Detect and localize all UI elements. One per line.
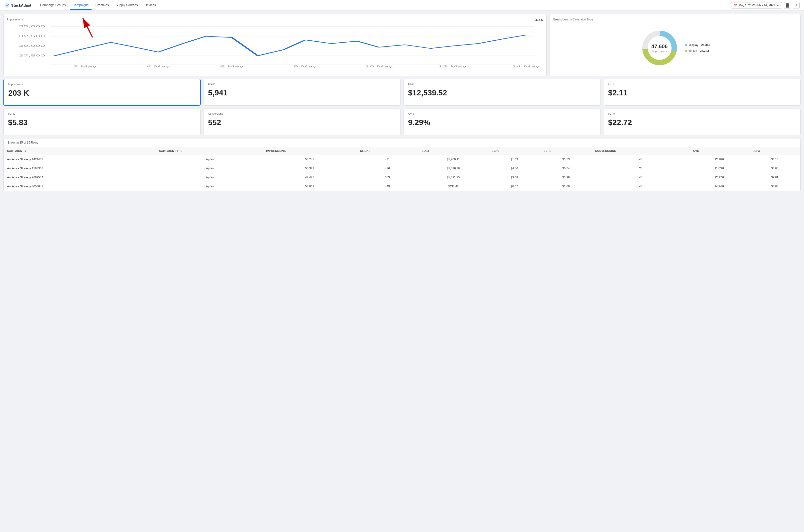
col-header-cvr: CVR <box>690 147 749 155</box>
impressions-chart-card: Impressions 435 K 35,000 32,500 30,000 2… <box>3 14 547 76</box>
legend-label-native: native <box>689 49 697 53</box>
line-chart-svg: 35,000 32,500 30,000 27,500 2 May 4 May … <box>7 24 543 68</box>
cell-type-0: display <box>155 155 263 164</box>
date-picker-button[interactable]: 📅 May 1, 2022 - May 14, 2022 ▼ <box>731 2 782 8</box>
cell-cvr-0: 12.26% <box>690 155 749 164</box>
nav-right: 📅 May 1, 2022 - May 14, 2022 ▼ ▐▌ ⤴ <box>731 2 800 9</box>
svg-text:32,500: 32,500 <box>19 35 45 38</box>
metric-label-ecpc: eCPC <box>608 82 796 86</box>
cell-impressions-3: 53,003 <box>263 182 357 191</box>
cell-ecpc-3: $0.67 <box>488 182 540 191</box>
legend-value-native: 22,243 <box>700 49 709 53</box>
metric-label-cost: Cost <box>408 82 596 86</box>
cell-ecpa-3: $3.83 <box>749 182 800 191</box>
metric-card-ecpe[interactable]: eCPE $5.83 <box>3 109 201 135</box>
cell-conversions-1: 28 <box>592 164 690 173</box>
line-chart-area: 35,000 32,500 30,000 27,500 2 May 4 May … <box>7 24 543 68</box>
col-header-cost: COST <box>418 147 488 155</box>
nav-campaigns[interactable]: Campaigns <box>70 1 92 10</box>
svg-text:6 May: 6 May <box>220 65 244 68</box>
cell-impressions-1: 50,322 <box>263 164 357 173</box>
table-row-info: Showing 35 of 35 Rows <box>4 138 800 147</box>
col-label-ecpc: ECPC <box>492 149 500 152</box>
svg-text:30,000: 30,000 <box>19 44 45 48</box>
cell-cost-3: $433.42 <box>418 182 488 191</box>
legend-dot-native <box>685 50 687 52</box>
donut-legend: display 25,363 native 22,243 <box>685 43 710 53</box>
svg-text:4 May: 4 May <box>147 65 170 68</box>
metric-value-impressions: 203 K <box>8 89 196 98</box>
chevron-down-icon: ▼ <box>777 4 780 7</box>
calendar-icon: 📅 <box>734 4 737 7</box>
donut-total-label: Impressions <box>651 50 668 53</box>
metric-label-clicks: Clicks <box>208 82 396 86</box>
cell-ecpa-0: $4.16 <box>749 155 800 164</box>
table-body: Audience Strategy 1421433 display 53,248… <box>4 155 800 191</box>
svg-text:35,000: 35,000 <box>19 25 45 28</box>
table-header-row: CAMPAIGN ▲ CAMPAIGN TYPE IMPRESSIONS CLI… <box>4 147 800 155</box>
cell-clicks-2: 353 <box>356 173 418 182</box>
legend-label-display: display <box>689 43 698 47</box>
table-card: Showing 35 of 35 Rows CAMPAIGN ▲ CAMPAIG… <box>3 138 801 191</box>
cell-ecpe-2: $3.98 <box>540 173 592 182</box>
metric-label-ecpe: eCPE <box>8 112 196 115</box>
impressions-chart-title: Impressions <box>7 18 23 21</box>
cell-campaign-1: Audience Strategy 1568308 <box>4 164 155 173</box>
metric-value-cvr: 9.29% <box>408 118 596 127</box>
metric-value-clicks: 5,941 <box>208 88 396 97</box>
col-label-ecpa: ECPA <box>753 149 760 152</box>
cell-cvr-2: 12.97% <box>690 173 749 182</box>
col-header-impressions: IMPRESSIONS <box>263 147 357 155</box>
donut-total-value: 47,606 <box>651 43 668 50</box>
cell-impressions-2: 42,426 <box>263 173 357 182</box>
donut-center: 47,606 Impressions <box>651 43 668 53</box>
cell-cost-0: $1,200.11 <box>418 155 488 164</box>
metric-card-ecpa[interactable]: eCPA $22.72 <box>604 109 801 135</box>
chart-view-button[interactable]: ▐▌ <box>784 2 791 9</box>
share-button[interactable]: ⤴ <box>793 2 800 9</box>
metric-value-ecpe: $5.83 <box>8 118 196 127</box>
metric-card-clicks[interactable]: Clicks 5,941 <box>204 79 401 106</box>
col-label-conversions: CONVERSIONS <box>595 149 616 152</box>
cell-conversions-3: 48 <box>592 182 690 191</box>
sort-arrow-campaign: ▲ <box>24 149 27 152</box>
svg-text:14 May: 14 May <box>511 65 540 68</box>
cell-conversions-2: 40 <box>592 173 690 182</box>
legend-item-native: native 22,243 <box>685 49 710 53</box>
brand: StackAdapt <box>4 3 32 8</box>
metric-card-impressions[interactable]: Impressions 203 K <box>3 79 201 106</box>
legend-value-display: 25,363 <box>701 43 710 47</box>
table-row: Audience Strategy 3053043 display 53,003… <box>4 182 800 191</box>
metric-value-ecpa: $22.72 <box>608 118 796 127</box>
metric-card-cvr[interactable]: CVR 9.29% <box>404 109 601 135</box>
col-header-ecpe: ECPE <box>540 147 592 155</box>
nav-links: Campaign Groups Campaigns Creatives Supp… <box>37 1 731 10</box>
col-header-campaign[interactable]: CAMPAIGN ▲ <box>4 147 155 155</box>
metric-card-conversions[interactable]: Conversions 552 <box>204 109 401 135</box>
legend-dot-display <box>685 44 687 46</box>
nav-campaign-groups[interactable]: Campaign Groups <box>37 1 69 10</box>
cell-campaign-0: Audience Strategy 1421433 <box>4 155 155 164</box>
col-header-ecpc: ECPC <box>488 147 540 155</box>
cell-type-1: display <box>155 164 263 173</box>
cell-ecpa-2: $2.01 <box>749 173 800 182</box>
cell-ecpc-2: $3.68 <box>488 173 540 182</box>
nav-devices[interactable]: Devices <box>142 1 159 10</box>
table-row: Audience Strategy 1421433 display 53,248… <box>4 155 800 164</box>
cell-ecpe-0: $1.53 <box>540 155 592 164</box>
nav-creatives[interactable]: Creatives <box>93 1 112 10</box>
cell-cvr-1: 11.03% <box>690 164 749 173</box>
navbar: StackAdapt Campaign Groups Campaigns Cre… <box>0 0 804 11</box>
nav-supply-sources[interactable]: Supply Sources <box>113 1 141 10</box>
metric-label-impressions: Impressions <box>8 83 196 86</box>
cell-type-3: display <box>155 182 263 191</box>
legend-item-display: display 25,363 <box>685 43 710 47</box>
cell-impressions-0: 53,248 <box>263 155 357 164</box>
col-header-ecpa: ECPA <box>749 147 800 155</box>
svg-text:12 May: 12 May <box>438 65 466 68</box>
metric-card-cost[interactable]: Cost $12,539.52 <box>404 79 601 106</box>
col-label-impressions: IMPRESSIONS <box>266 149 286 152</box>
metric-card-ecpc[interactable]: eCPC $2.11 <box>604 79 801 106</box>
charts-row: Impressions 435 K 35,000 32,500 30,000 2… <box>3 14 801 76</box>
cell-ecpa-1: $3.65 <box>749 164 800 173</box>
